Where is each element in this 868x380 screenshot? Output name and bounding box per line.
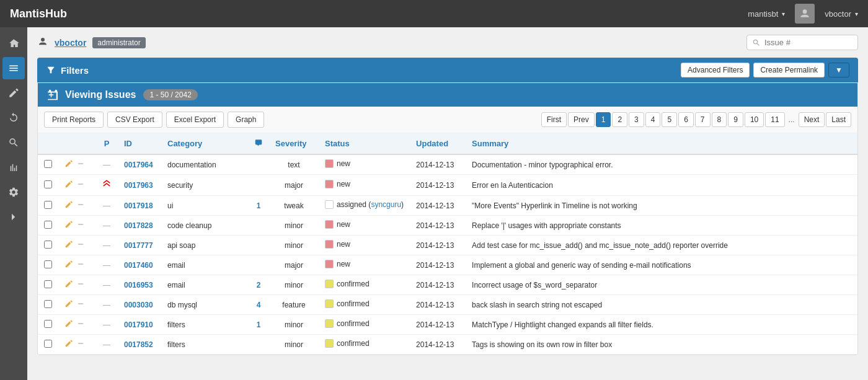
row-checkbox[interactable] [44, 201, 52, 209]
updated-cell: 2014-12-13 [410, 236, 466, 255]
issue-id-link[interactable]: 0017828 [124, 221, 153, 230]
pagination: First Prev 1 2 3 4 5 6 7 8 9 10 11 ... N… [541, 112, 851, 127]
issue-id-link[interactable]: 0017460 [124, 261, 153, 270]
prev-page-button[interactable]: Prev [568, 112, 595, 127]
updated-cell: 2014-12-13 [410, 335, 466, 355]
sidebar-item-expand[interactable] [2, 206, 25, 228]
row-checkbox[interactable] [44, 280, 52, 288]
priority-cell: — [95, 216, 118, 236]
row-checkbox[interactable] [44, 260, 52, 268]
sidebar-item-issues[interactable] [2, 57, 25, 79]
username-link[interactable]: vboctor [55, 38, 86, 48]
last-page-button[interactable]: Last [826, 112, 851, 127]
nav-user2-caret: ▾ [855, 11, 858, 17]
page-7-button[interactable]: 7 [695, 112, 711, 127]
issue-id-link[interactable]: 0016953 [124, 281, 153, 289]
issues-count-badge: 1 - 50 / 2042 [143, 89, 197, 100]
summary-cell: back slash in search string not escaped [466, 295, 857, 315]
filters-title: Filters [46, 65, 89, 76]
page-9-button[interactable]: 9 [728, 112, 743, 127]
severity-cell: minor [269, 216, 319, 236]
row-checkbox[interactable] [44, 340, 52, 348]
row-checkbox[interactable] [44, 221, 52, 229]
csv-export-button[interactable]: CSV Export [107, 112, 162, 128]
summary-cell: Error en la Autenticacion [466, 175, 857, 196]
page-11-button[interactable]: 11 [765, 112, 784, 127]
row-checkbox[interactable] [44, 300, 52, 308]
col-summary[interactable]: Summary [466, 133, 857, 154]
avatar[interactable] [795, 4, 815, 24]
issue-id-link[interactable]: 0017852 [124, 340, 153, 349]
nav-user2-name: vboctor [825, 9, 851, 19]
issue-id-link[interactable]: 0017964 [124, 161, 153, 169]
advanced-filters-button[interactable]: Advanced Filters [681, 63, 750, 77]
graph-button[interactable]: Graph [228, 112, 264, 128]
page-2-button[interactable]: 2 [612, 112, 627, 127]
sidebar-item-edit[interactable] [2, 82, 25, 104]
page-5-button[interactable]: 5 [662, 112, 677, 127]
issue-id-link[interactable]: 0017963 [124, 181, 153, 190]
col-priority[interactable]: P [95, 133, 118, 154]
create-permalink-button[interactable]: Create Permalink [753, 63, 825, 77]
edit-icon[interactable] [64, 260, 73, 268]
comment-icon [254, 138, 263, 147]
layout: vboctor administrator Filters Advanced F… [0, 27, 868, 380]
syncguru-link[interactable]: syncguru [371, 200, 401, 209]
sidebar-item-search[interactable] [2, 131, 25, 154]
next-page-button[interactable]: Next [799, 112, 825, 127]
nav-user2[interactable]: vboctor ▾ [825, 9, 858, 19]
edit-icon[interactable] [64, 299, 73, 308]
issue-id-link[interactable]: 0017910 [124, 320, 153, 329]
print-reports-button[interactable]: Print Reports [44, 112, 104, 128]
issue-search-box[interactable] [746, 35, 858, 50]
status-cell: confirmed [325, 280, 370, 288]
edit-icon[interactable] [64, 220, 73, 229]
col-updated[interactable]: Updated [410, 133, 466, 154]
issue-id-link[interactable]: 0017777 [124, 241, 153, 250]
row-checkbox[interactable] [44, 180, 52, 188]
dash-icon [76, 200, 85, 209]
comments-cell [248, 216, 269, 236]
edit-icon[interactable] [64, 159, 73, 168]
edit-icon[interactable] [64, 280, 73, 288]
priority-urgent-icon [102, 179, 112, 189]
page-4-button[interactable]: 4 [645, 112, 661, 127]
status-col-cell: new [319, 175, 410, 196]
priority-cell: — [95, 295, 118, 315]
row-checkbox[interactable] [44, 160, 52, 168]
row-checkbox[interactable] [44, 320, 52, 328]
page-10-button[interactable]: 10 [745, 112, 764, 127]
sidebar-item-changes[interactable] [2, 107, 25, 129]
edit-icon[interactable] [64, 319, 73, 328]
row-actions-cell [58, 255, 95, 275]
edit-icon[interactable] [64, 200, 73, 209]
comments-cell [248, 335, 269, 355]
filters-bar-right: Advanced Filters Create Permalink ▼ [681, 63, 849, 77]
issue-id-link[interactable]: 0003030 [124, 301, 153, 309]
severity-cell: major [269, 175, 319, 196]
issue-id-link[interactable]: 0017918 [124, 201, 153, 210]
col-id[interactable]: ID [118, 133, 161, 154]
edit-icon[interactable] [64, 240, 73, 249]
row-checkbox-cell [38, 216, 58, 236]
issue-search-input[interactable] [764, 38, 851, 47]
nav-user1[interactable]: mantisbt ▾ [748, 9, 785, 19]
edit-icon[interactable] [64, 180, 73, 188]
page-8-button[interactable]: 8 [712, 112, 727, 127]
page-3-button[interactable]: 3 [629, 112, 644, 127]
col-status[interactable]: Status [319, 133, 410, 154]
col-severity[interactable]: Severity [269, 133, 319, 154]
page-6-button[interactable]: 6 [678, 112, 694, 127]
first-page-button[interactable]: First [541, 112, 567, 127]
col-category[interactable]: Category [161, 133, 248, 154]
sidebar-item-stats[interactable] [2, 156, 25, 179]
row-checkbox[interactable] [44, 241, 52, 249]
comments-cell: 2 [248, 275, 269, 295]
sidebar-item-dashboard[interactable] [2, 32, 25, 55]
filters-toggle-button[interactable]: ▼ [828, 63, 849, 77]
excel-export-button[interactable]: Excel Export [166, 112, 224, 128]
summary-cell: Replace '|' usages with appropriate cons… [466, 216, 857, 236]
sidebar-item-settings[interactable] [2, 181, 25, 203]
edit-icon[interactable] [64, 339, 73, 348]
page-1-button[interactable]: 1 [596, 112, 611, 127]
